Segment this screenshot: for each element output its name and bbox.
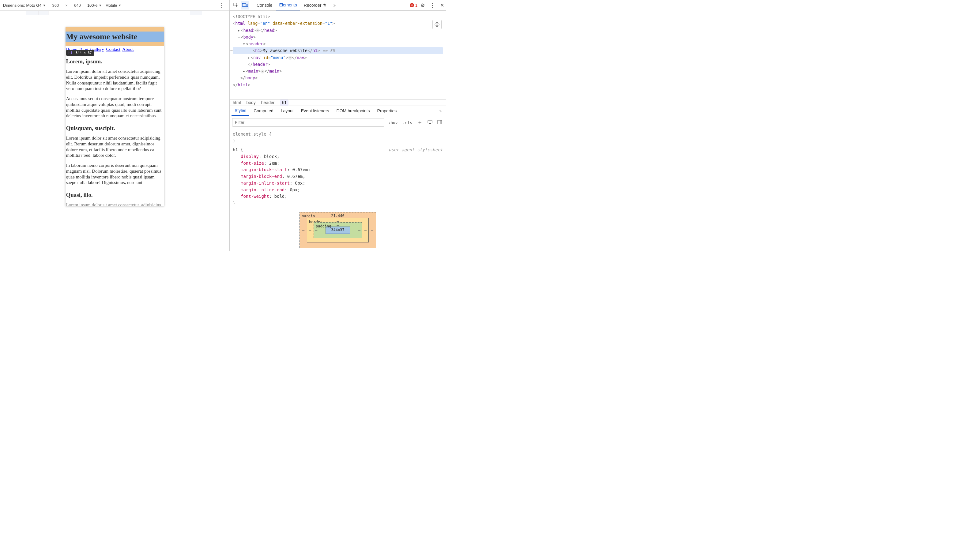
- viewport-area: My awesome website Home Blog Gallery Con…: [0, 15, 229, 251]
- dom-line[interactable]: ▸<main>⋯</main>: [233, 68, 443, 75]
- media-query-ruler[interactable]: [0, 11, 229, 15]
- device-mode-icon[interactable]: [241, 1, 249, 10]
- error-count[interactable]: ✕ 1: [410, 3, 417, 8]
- dom-tree[interactable]: <!DOCTYPE html> <html lang="en" data-emb…: [230, 11, 446, 100]
- stab-properties[interactable]: Properties: [374, 106, 400, 115]
- zoom-value: 100%: [87, 3, 97, 8]
- ellipsis-icon[interactable]: ⋯: [256, 29, 259, 32]
- dom-line[interactable]: <html lang="en" data-ember-extension="1"…: [233, 20, 443, 27]
- zoom-selector[interactable]: 100% ▼: [87, 3, 102, 8]
- styles-tabs-overflow-icon[interactable]: »: [437, 108, 444, 114]
- box-model[interactable]: margin 21.440 – – border – – – padding –: [233, 206, 443, 248]
- dom-line[interactable]: ▸<nav id="menu">⋯</nav>: [233, 54, 443, 61]
- crumb-item[interactable]: html: [233, 100, 241, 105]
- tabs-overflow-icon[interactable]: »: [330, 0, 339, 10]
- page-main: Lorem, ipsum. Lorem ipsum dolor sit amet…: [65, 58, 164, 206]
- error-count-value: 1: [415, 3, 417, 8]
- stab-styles[interactable]: Styles: [232, 106, 249, 116]
- crumb-item[interactable]: h1: [280, 100, 288, 106]
- device-emulation-icon[interactable]: [426, 119, 434, 126]
- caret-right-icon[interactable]: ▸: [243, 68, 246, 75]
- dom-line[interactable]: ▾<body>: [233, 34, 443, 40]
- element-tooltip: h1 344 × 37: [66, 50, 94, 56]
- page-header: My awesome website: [65, 27, 164, 46]
- new-style-rule-icon[interactable]: ＋: [416, 118, 424, 127]
- settings-icon[interactable]: ⚙: [420, 2, 425, 8]
- svg-rect-5: [428, 120, 432, 123]
- ellipsis-icon[interactable]: ⋯: [288, 56, 292, 60]
- svg-point-4: [437, 23, 438, 24]
- section-heading: Quasi, illo.: [66, 192, 164, 198]
- styles-filter-input[interactable]: [232, 118, 384, 127]
- nav-link[interactable]: About: [122, 47, 134, 52]
- css-declaration[interactable]: margin-inline-start: 0px;: [233, 180, 443, 187]
- caret-down-icon[interactable]: ▾: [238, 34, 241, 40]
- styles-tabbar: Styles Computed Layout Event listeners D…: [230, 106, 446, 116]
- height-input[interactable]: 640: [72, 2, 84, 8]
- dom-line[interactable]: ▸<head>⋯</head>: [233, 27, 443, 34]
- stab-dom-breakpoints[interactable]: DOM breakpoints: [334, 106, 373, 115]
- rule-selector[interactable]: element.style: [233, 132, 266, 137]
- tab-recorder-label: Recorder: [304, 3, 321, 8]
- tab-elements[interactable]: Elements: [276, 0, 300, 10]
- dom-line[interactable]: </body>: [233, 75, 443, 81]
- devtools-more-icon[interactable]: ⋮: [428, 2, 437, 9]
- device-toolbar: Dimensions: Moto G4 ▼ 360 × 640 100% ▼ M…: [0, 0, 229, 11]
- h1-highlight: My awesome website: [65, 32, 164, 42]
- css-declaration[interactable]: font-weight: bold;: [233, 193, 443, 200]
- svg-rect-2: [246, 4, 248, 7]
- css-declaration[interactable]: font-size: 2em;: [233, 160, 443, 167]
- device-frame[interactable]: My awesome website Home Blog Gallery Con…: [65, 27, 164, 206]
- styles-rules[interactable]: element.style { } h1 { user agent styles…: [230, 129, 446, 251]
- section-para: In laborum nemo corporis deserunt non qu…: [66, 162, 164, 186]
- flask-icon: ⚗: [323, 3, 326, 8]
- nav-link[interactable]: Contact: [106, 47, 121, 52]
- times-symbol: ×: [65, 3, 68, 8]
- bm-padding-label: padding: [316, 224, 331, 229]
- hov-toggle[interactable]: :hov: [387, 119, 399, 126]
- toggle-sidebar-icon[interactable]: [436, 119, 444, 126]
- css-declaration[interactable]: margin-block-end: 0.67em;: [233, 173, 443, 180]
- device-toolbar-more-icon[interactable]: ⋮: [217, 2, 226, 9]
- stab-computed[interactable]: Computed: [250, 106, 277, 115]
- crumb-item[interactable]: header: [261, 100, 275, 105]
- section-para: Lorem ipsum dolor sit amet consectetur a…: [66, 68, 164, 92]
- ellipsis-icon[interactable]: ⋯: [230, 47, 233, 54]
- accessibility-icon[interactable]: [433, 20, 442, 29]
- section-para: Lorem ipsum dolor sit amet consectetur, …: [66, 202, 164, 206]
- css-declaration[interactable]: display: block;: [233, 153, 443, 160]
- devtools-tabbar: Console Elements Recorder ⚗ » ✕ 1 ⚙ ⋮ ✕: [230, 0, 446, 11]
- close-icon[interactable]: ✕: [440, 2, 444, 8]
- caret-down-icon[interactable]: ▾: [243, 40, 246, 47]
- dom-line[interactable]: </html>: [233, 81, 443, 88]
- css-declaration[interactable]: margin-inline-end: 0px;: [233, 187, 443, 194]
- tab-recorder[interactable]: Recorder ⚗: [301, 0, 329, 10]
- styles-filter-row: :hov .cls ＋: [230, 116, 446, 129]
- cls-toggle[interactable]: .cls: [401, 119, 414, 126]
- dom-line[interactable]: ▾<header>: [233, 40, 443, 47]
- svg-rect-1: [242, 3, 246, 6]
- width-input[interactable]: 360: [49, 2, 62, 8]
- chevron-down-icon: ▼: [118, 4, 121, 7]
- throttle-selector[interactable]: Mobile ▼: [105, 3, 121, 8]
- device-selector[interactable]: Dimensions: Moto G4 ▼: [3, 3, 46, 8]
- caret-right-icon[interactable]: ▸: [238, 27, 241, 34]
- section-para: Lorem ipsum dolor sit amet consectetur a…: [66, 135, 164, 158]
- page-nav: Home Blog Gallery Contact About h1 344 ×…: [65, 46, 164, 52]
- stab-layout[interactable]: Layout: [278, 106, 297, 115]
- stab-event-listeners[interactable]: Event listeners: [298, 106, 332, 115]
- dimensions-label: Dimensions:: [3, 3, 25, 8]
- rule-selector[interactable]: h1: [233, 147, 238, 152]
- dom-line[interactable]: </header>: [233, 61, 443, 68]
- dom-line[interactable]: <!DOCTYPE html>: [233, 13, 443, 20]
- inspect-icon[interactable]: [232, 1, 240, 10]
- css-declaration[interactable]: margin-block-start: 0.67em;: [233, 167, 443, 173]
- devtools-pane: Console Elements Recorder ⚗ » ✕ 1 ⚙ ⋮ ✕ …: [230, 0, 446, 251]
- crumb-item[interactable]: body: [246, 100, 255, 105]
- dom-line-selected[interactable]: ⋯ <h1>My awesome website</h1> == $0: [233, 47, 443, 54]
- chevron-down-icon: ▼: [43, 4, 46, 7]
- throttle-value: Mobile: [105, 3, 117, 8]
- tab-console[interactable]: Console: [254, 0, 275, 10]
- caret-right-icon[interactable]: ▸: [248, 54, 251, 61]
- ellipsis-icon[interactable]: ⋯: [261, 70, 264, 73]
